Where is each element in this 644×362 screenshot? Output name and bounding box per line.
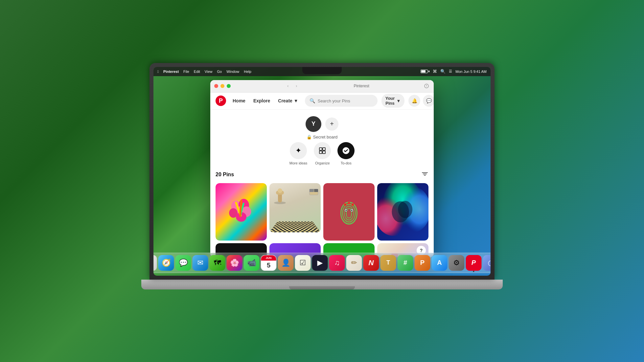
svg-point-37 bbox=[352, 203, 354, 206]
board-name: 🔒 Secret board bbox=[307, 135, 337, 139]
explore-nav-link[interactable]: Explore bbox=[251, 96, 273, 105]
dock-contacts[interactable]: 👤 bbox=[278, 255, 294, 271]
organize-icon[interactable] bbox=[314, 142, 331, 159]
macbook-lid:  Pinterest File Edit View Go Window Hel… bbox=[150, 63, 494, 280]
search-bar[interactable]: 🔍 bbox=[305, 95, 378, 107]
more-ideas-action[interactable]: ✦ More ideas bbox=[289, 142, 307, 165]
notification-button[interactable]: 🔔 bbox=[408, 95, 420, 107]
more-ideas-label: More ideas bbox=[289, 161, 307, 165]
filter-button[interactable] bbox=[421, 170, 428, 179]
window-menu[interactable]: Window bbox=[226, 70, 239, 74]
svg-rect-4 bbox=[323, 148, 325, 150]
svg-point-34 bbox=[351, 209, 353, 211]
search-input[interactable] bbox=[318, 98, 373, 103]
window-controls bbox=[214, 84, 231, 88]
control-center-icon[interactable]: ☰ bbox=[449, 69, 452, 74]
back-button[interactable]: ‹ bbox=[285, 83, 291, 89]
maximize-button[interactable] bbox=[227, 84, 231, 88]
pin-card[interactable] bbox=[377, 183, 428, 241]
help-menu[interactable]: Help bbox=[244, 70, 251, 74]
dock-photos[interactable]: 🌸 bbox=[227, 255, 242, 271]
macbook-base bbox=[141, 280, 503, 289]
dock-numbers[interactable]: # bbox=[398, 255, 413, 271]
pin-card[interactable] bbox=[269, 183, 321, 241]
todos-icon[interactable] bbox=[337, 142, 355, 159]
dock-calendar[interactable]: JUN 5 bbox=[261, 255, 277, 271]
more-ideas-icon[interactable]: ✦ bbox=[290, 142, 307, 159]
pins-grid: + ✦ bbox=[216, 183, 428, 257]
dock-facetime[interactable]: 📹 bbox=[244, 255, 260, 271]
pins-section: 20 Pins bbox=[210, 170, 434, 257]
search-menubar-icon[interactable]: 🔍 bbox=[440, 69, 446, 74]
dock-launchpad[interactable]: ⚏ bbox=[153, 255, 157, 271]
app-menu-name[interactable]: Pinterest bbox=[163, 70, 179, 74]
go-menu[interactable]: Go bbox=[217, 70, 222, 74]
dock-appstore[interactable]: A bbox=[432, 255, 448, 271]
board-lock-icon: 🔒 bbox=[307, 135, 312, 139]
dock-freeform[interactable]: ✏ bbox=[346, 255, 362, 271]
pinterest-logo[interactable]: P bbox=[216, 96, 226, 106]
dock-screentime[interactable]: ◷ bbox=[483, 255, 491, 271]
board-header: Y + 🔒 Secret board ✦ More ideas bbox=[210, 110, 434, 170]
menu-bar-right: ⌘ 🔍 ☰ Mon Jun 5 9:41 AM bbox=[421, 69, 487, 74]
svg-rect-21 bbox=[310, 189, 314, 192]
svg-point-45 bbox=[398, 201, 412, 218]
close-button[interactable] bbox=[214, 84, 218, 88]
wifi-icon: ⌘ bbox=[433, 69, 437, 74]
dock-safari[interactable]: 🧭 bbox=[158, 255, 174, 271]
dock-pages[interactable]: P bbox=[415, 255, 430, 271]
battery-status bbox=[421, 70, 429, 73]
search-icon: 🔍 bbox=[310, 98, 315, 103]
pin-card[interactable] bbox=[216, 183, 267, 241]
messages-button[interactable]: 💬 bbox=[423, 95, 434, 107]
window-body[interactable]: Y + 🔒 Secret board ✦ More ideas bbox=[210, 110, 434, 257]
dock-maps[interactable]: 🗺 bbox=[210, 255, 225, 271]
home-nav-link[interactable]: Home bbox=[230, 96, 248, 105]
view-menu[interactable]: View bbox=[205, 70, 213, 74]
dock-reminders[interactable]: ☑ bbox=[295, 255, 311, 271]
dock-news[interactable]: N bbox=[363, 255, 379, 271]
svg-point-33 bbox=[345, 209, 347, 211]
navbar-icons: 🔔 💬 Y ▼ bbox=[408, 95, 434, 107]
todos-action[interactable]: To-dos bbox=[337, 142, 355, 165]
forward-button[interactable]: › bbox=[293, 83, 300, 89]
pinterest-window: ‹ › Pinterest P bbox=[210, 80, 434, 257]
pins-header: 20 Pins bbox=[216, 170, 428, 179]
screen-notch bbox=[302, 67, 342, 74]
window-navigation: ‹ › bbox=[285, 83, 300, 89]
macbook-hinge bbox=[289, 286, 355, 289]
menu-bar-left:  Pinterest File Edit View Go Window Hel… bbox=[157, 70, 251, 74]
svg-point-26 bbox=[278, 188, 282, 193]
file-menu[interactable]: File bbox=[183, 70, 189, 74]
svg-point-35 bbox=[344, 203, 346, 206]
edit-menu[interactable]: Edit bbox=[194, 70, 200, 74]
menu-datetime: Mon Jun 5 9:41 AM bbox=[455, 70, 487, 74]
organize-action[interactable]: Organize bbox=[314, 142, 331, 165]
pin-card[interactable] bbox=[323, 183, 375, 241]
screen-bezel:  Pinterest File Edit View Go Window Hel… bbox=[153, 67, 491, 276]
dock-mail[interactable]: ✉ bbox=[193, 255, 208, 271]
todos-label: To-dos bbox=[341, 161, 352, 165]
dock-system-settings[interactable]: ⚙ bbox=[449, 255, 465, 271]
create-button[interactable]: Create ▼ bbox=[275, 96, 301, 105]
svg-rect-22 bbox=[314, 189, 318, 192]
board-avatar: Y bbox=[306, 116, 321, 132]
minimize-button[interactable] bbox=[220, 84, 224, 88]
dock-music[interactable]: ♫ bbox=[329, 255, 345, 271]
macos-dock: 🔵 ⚏ 🧭 💬 ✉ bbox=[153, 253, 491, 273]
pins-count: 20 Pins bbox=[216, 172, 234, 178]
board-avatar-row: Y + bbox=[306, 116, 338, 132]
window-title: Pinterest bbox=[354, 84, 369, 88]
window-action[interactable] bbox=[423, 83, 430, 89]
board-add-button[interactable]: + bbox=[325, 117, 338, 131]
window-titlebar: ‹ › Pinterest bbox=[210, 80, 434, 93]
svg-rect-5 bbox=[319, 151, 322, 154]
dock-tv[interactable]: ▶ bbox=[312, 255, 328, 271]
apple-menu[interactable]:  bbox=[157, 70, 159, 74]
your-pins-button[interactable]: Your Pins ▼ bbox=[381, 94, 405, 108]
dock-messages[interactable]: 💬 bbox=[175, 255, 191, 271]
nav-links: Home Explore Create ▼ bbox=[230, 96, 301, 105]
organize-label: Organize bbox=[315, 161, 330, 165]
dock-tbt[interactable]: T bbox=[380, 255, 396, 271]
dock-pinterest[interactable]: P bbox=[466, 255, 482, 271]
